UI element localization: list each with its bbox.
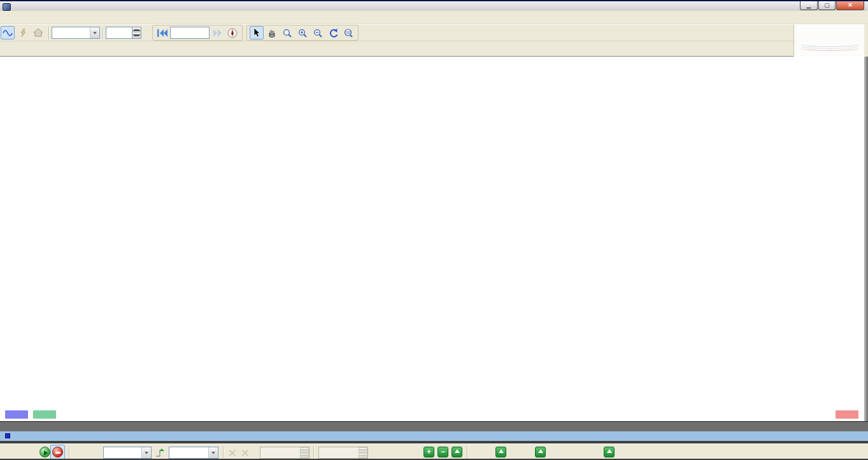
waveform-view-button[interactable] (1, 26, 15, 39)
channel-options-bar (0, 41, 793, 57)
channel-labels-button[interactable] (604, 447, 615, 457)
status-bar: ⤫ ⤬ + − (0, 443, 868, 460)
chevron-down-icon (211, 452, 215, 454)
home-button[interactable] (31, 26, 45, 39)
zoom-in-icon (298, 29, 307, 38)
svg-text:100: 100 (346, 31, 351, 34)
maximize-button[interactable]: ▢ (818, 1, 836, 10)
timebase-select[interactable] (52, 27, 100, 39)
collapse-measurements-button[interactable] (452, 447, 462, 457)
zoom-window-button[interactable] (280, 26, 294, 39)
start-capture-button[interactable] (39, 447, 50, 457)
pretrigger-spinner[interactable] (318, 447, 368, 459)
trigger-edge-icon[interactable] (155, 447, 166, 458)
zoom-in-button[interactable] (295, 26, 309, 39)
move-trigger-icon: ⤫ (229, 449, 236, 457)
app-icon (3, 3, 11, 11)
remove-measurement-button[interactable]: − (438, 447, 448, 457)
add-measurement-button[interactable]: + (423, 447, 434, 457)
scale-badge-psi[interactable] (33, 410, 56, 419)
trigger-source-select[interactable] (169, 447, 218, 459)
lightning-icon (19, 29, 27, 38)
hand-tool-button[interactable] (265, 26, 279, 39)
compass-icon (227, 28, 238, 38)
notes-button[interactable] (535, 447, 546, 457)
multiplier-field[interactable] (106, 27, 132, 39)
zoom-out-icon (313, 29, 322, 38)
trigger-mode-select[interactable] (103, 447, 152, 459)
panel-minimize-button[interactable] (855, 422, 864, 430)
autosetup-button[interactable] (16, 26, 30, 39)
trigger-threshold-spinner[interactable] (260, 447, 309, 459)
undo-zoom-button[interactable] (326, 26, 340, 39)
buffer-position-field[interactable] (170, 27, 210, 39)
zoom-100-button[interactable]: 100 (341, 26, 355, 39)
scale-badge-kv[interactable] (836, 410, 858, 419)
minimize-button[interactable]: ▁ (800, 1, 818, 10)
channel-a-color-swatch (5, 433, 10, 438)
close-button[interactable]: ✕ (836, 1, 864, 10)
next-buffer-icon (213, 29, 222, 38)
measurement-row[interactable] (0, 431, 868, 441)
cursor-arrow-icon (253, 28, 260, 38)
next-buffer-button[interactable] (210, 26, 224, 39)
measurements-header-row (0, 422, 868, 431)
undo-arrow-icon (329, 29, 338, 38)
prev-buffer-button[interactable] (155, 26, 169, 39)
rulers-button[interactable] (495, 447, 506, 457)
logo-wave (799, 45, 860, 51)
waveform-icon (3, 29, 13, 38)
stop-capture-button[interactable] (52, 447, 63, 457)
app-window: ▁ ▢ ✕ (0, 0, 868, 460)
title-bar: ▁ ▢ ✕ (0, 0, 868, 11)
measurements-panel (0, 421, 868, 443)
zoom-window-icon (283, 29, 292, 38)
reset-trigger-icon: ⤬ (242, 449, 248, 457)
multiplier-spinner[interactable] (132, 27, 141, 39)
waveform-plot[interactable] (0, 57, 868, 421)
main-toolbar: 100 (0, 24, 793, 41)
menu-bar (0, 12, 868, 24)
chevron-down-icon (145, 452, 148, 454)
prev-buffer-icon (157, 29, 168, 38)
normal-cursor-button[interactable] (250, 26, 264, 39)
scope-view[interactable] (0, 57, 868, 421)
chevron-down-icon (93, 32, 97, 34)
window-edge (864, 57, 868, 443)
home-icon (34, 29, 43, 37)
scale-badge-a[interactable] (5, 410, 28, 419)
hand-icon (267, 28, 276, 38)
buffer-overview-button[interactable] (225, 26, 239, 39)
brand-panel (793, 24, 864, 57)
zoom-out-button[interactable] (311, 26, 325, 39)
zoom-100-icon: 100 (344, 29, 353, 38)
